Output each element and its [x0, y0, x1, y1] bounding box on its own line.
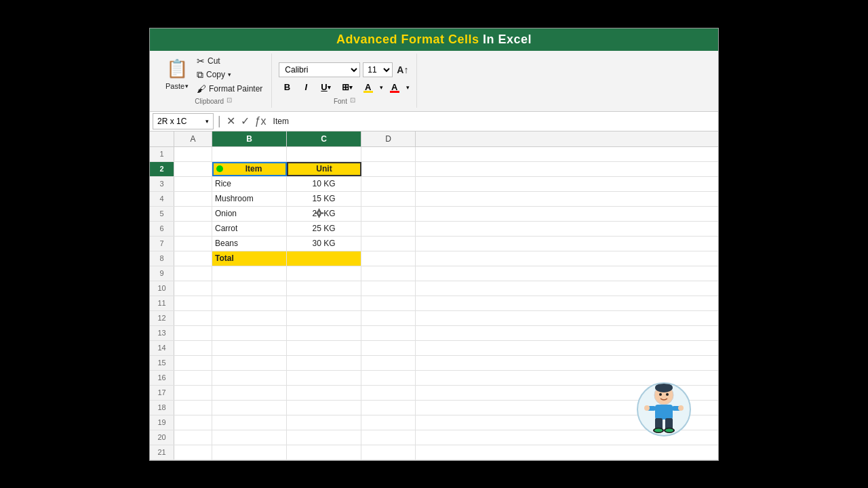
cancel-formula-button[interactable]: ✕	[225, 115, 237, 127]
cell-d19[interactable]	[361, 415, 416, 430]
cell-d7[interactable]	[361, 237, 416, 251]
cell-b20[interactable]	[212, 430, 287, 445]
cell-c5[interactable]: 20 KG ✛	[287, 207, 361, 221]
cell-b5[interactable]: Onion	[212, 207, 287, 221]
cell-c15[interactable]	[287, 356, 361, 370]
cell-d14[interactable]	[361, 341, 416, 355]
cell-a9[interactable]	[174, 266, 212, 281]
cell-d6[interactable]	[361, 222, 416, 236]
cell-a10[interactable]	[174, 281, 212, 296]
cell-a7[interactable]	[174, 237, 212, 251]
clipboard-expand-icon[interactable]: ⊡	[226, 96, 232, 104]
cell-a4[interactable]	[174, 192, 212, 206]
cell-c6[interactable]: 25 KG	[287, 222, 361, 236]
cell-a6[interactable]	[174, 222, 212, 236]
confirm-formula-button[interactable]: ✓	[239, 115, 251, 127]
formula-input[interactable]	[271, 116, 715, 127]
cell-a1[interactable]	[174, 147, 212, 161]
cell-d15[interactable]	[361, 356, 416, 370]
cell-d1[interactable]	[361, 147, 416, 161]
font-expand-icon[interactable]: ⊡	[350, 96, 355, 104]
cell-a20[interactable]	[174, 430, 212, 445]
cell-d17[interactable]	[361, 386, 416, 400]
underline-button[interactable]: U ▾	[317, 80, 334, 95]
cell-a3[interactable]	[174, 177, 212, 191]
cell-b3[interactable]: Rice	[212, 177, 287, 191]
cell-a21[interactable]	[174, 445, 212, 460]
cell-c4[interactable]: 15 KG	[287, 192, 361, 206]
cell-a5[interactable]	[174, 207, 212, 221]
cell-a2[interactable]	[174, 162, 212, 176]
cell-a14[interactable]	[174, 341, 212, 355]
cell-c13[interactable]	[287, 326, 361, 340]
cell-d9[interactable]	[361, 266, 416, 281]
cell-d21[interactable]	[361, 445, 416, 460]
cell-b6[interactable]: Carrot	[212, 222, 287, 236]
cell-c8[interactable]	[287, 251, 361, 266]
cell-b18[interactable]	[212, 401, 287, 415]
cell-c17[interactable]	[287, 386, 361, 400]
bold-button[interactable]: B	[279, 80, 295, 95]
cut-button[interactable]: ✂ Cut	[195, 55, 264, 67]
cell-c1[interactable]	[287, 147, 361, 161]
cell-b11[interactable]	[212, 296, 287, 310]
cell-c14[interactable]	[287, 341, 361, 355]
cell-b9[interactable]	[212, 266, 287, 281]
cell-d18[interactable]	[361, 401, 416, 415]
cell-c10[interactable]	[287, 281, 361, 296]
copy-button[interactable]: ⧉ Copy ▾	[195, 68, 264, 81]
font-size-select[interactable]: 11	[363, 62, 393, 77]
cell-c7[interactable]: 30 KG	[287, 237, 361, 251]
cell-c2[interactable]: Unit	[287, 162, 361, 176]
cell-a19[interactable]	[174, 415, 212, 430]
cell-b19[interactable]	[212, 415, 287, 430]
cell-d20[interactable]	[361, 430, 416, 445]
name-box[interactable]: 2R x 1C ▾	[153, 113, 214, 129]
font-grow-button[interactable]: A↑	[395, 64, 410, 75]
cell-a16[interactable]	[174, 371, 212, 385]
cell-a17[interactable]	[174, 386, 212, 400]
cell-b1[interactable]	[212, 147, 287, 161]
insert-function-button[interactable]: ƒx	[254, 115, 268, 127]
cell-c16[interactable]	[287, 371, 361, 385]
cell-b8[interactable]: Total	[212, 251, 287, 266]
border-button[interactable]: ⊞ ▾	[338, 80, 357, 95]
cell-b13[interactable]	[212, 326, 287, 340]
cell-a12[interactable]	[174, 311, 212, 325]
cell-b16[interactable]	[212, 371, 287, 385]
cell-b21[interactable]	[212, 445, 287, 460]
cell-c20[interactable]	[287, 430, 361, 445]
cell-d4[interactable]	[361, 192, 416, 206]
cell-a18[interactable]	[174, 401, 212, 415]
fill-color-button[interactable]: A	[359, 80, 377, 95]
cell-d8[interactable]	[361, 251, 416, 266]
cell-c11[interactable]	[287, 296, 361, 310]
cell-a11[interactable]	[174, 296, 212, 310]
cell-c19[interactable]	[287, 415, 361, 430]
cell-b12[interactable]	[212, 311, 287, 325]
cell-b14[interactable]	[212, 341, 287, 355]
font-family-select[interactable]: Calibri	[279, 62, 360, 77]
cell-b4[interactable]: Mushroom	[212, 192, 287, 206]
cell-b7[interactable]: Beans	[212, 237, 287, 251]
italic-button[interactable]: I	[298, 80, 314, 95]
cell-d11[interactable]	[361, 296, 416, 310]
cell-d13[interactable]	[361, 326, 416, 340]
cell-c12[interactable]	[287, 311, 361, 325]
cell-a8[interactable]	[174, 251, 212, 266]
cell-d2[interactable]	[361, 162, 416, 176]
format-painter-button[interactable]: 🖌 Format Painter	[195, 83, 264, 95]
cell-c18[interactable]	[287, 401, 361, 415]
cell-c9[interactable]	[287, 266, 361, 281]
cell-c21[interactable]	[287, 445, 361, 460]
cell-d12[interactable]	[361, 311, 416, 325]
cell-d10[interactable]	[361, 281, 416, 296]
cell-d3[interactable]	[361, 177, 416, 191]
cell-a15[interactable]	[174, 356, 212, 370]
cell-b2[interactable]: Item	[212, 162, 287, 176]
font-color-button[interactable]: A	[386, 80, 403, 95]
cell-d5[interactable]	[361, 207, 416, 221]
cell-a13[interactable]	[174, 326, 212, 340]
cell-b10[interactable]	[212, 281, 287, 296]
cell-b17[interactable]	[212, 386, 287, 400]
